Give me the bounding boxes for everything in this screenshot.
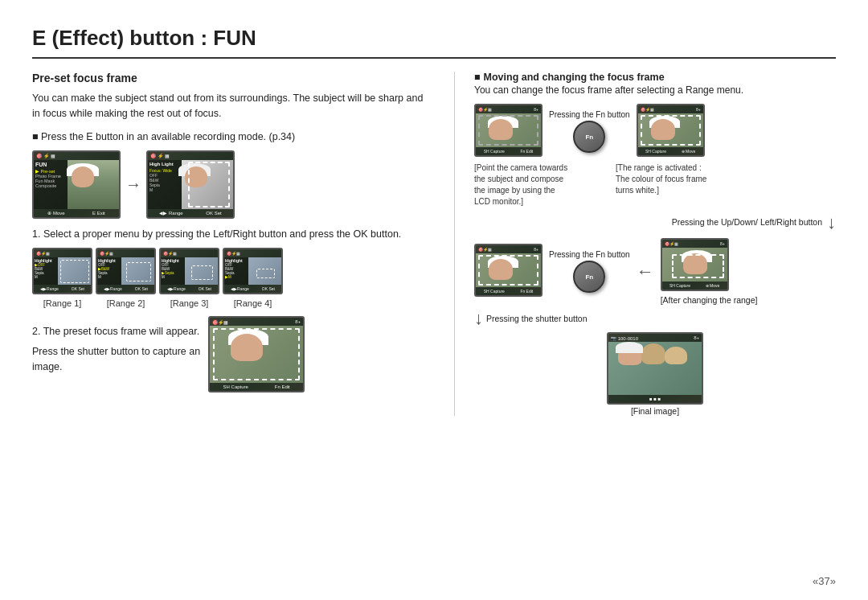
person2-final [641,343,665,364]
icon-mode-hl: 🎯 [150,153,156,158]
bottom-right4: SH Capture⊕ Move [662,282,727,290]
bottom-range-hl: ◀▶ Range [159,210,182,216]
dashed-right3 [478,255,538,286]
camera-screen-range1: 🎯⚡▦ Highlight ▶OFF B&WSepiaM [32,248,92,294]
camera-screen-right3: 🎯⚡▦ 8+ SH Captur [474,244,542,297]
top-bar-right1: 🎯⚡▦ 8+ [476,105,541,113]
after-label: [After changing the range] [661,295,758,305]
arrow-right-1: → [125,175,141,194]
bottom-r1: ◀▶RangeOK Set [34,285,91,293]
dashed-r3 [191,265,213,280]
pressing-shutter-label: Pressing the shutter button [486,314,588,323]
page-title: E (Effect) button : FUN [32,26,836,59]
range3-container: 🎯⚡▦ Highlight OFFB&W▶SepiaM [159,248,219,308]
updown-row: Pressing the Up/Down/ Left/Right button … [474,212,836,233]
camera-screen-right1: 🎯⚡▦ 8+ SH Captur [474,104,542,157]
person-silhouette-2 [182,160,233,209]
top-bar-r2: 🎯⚡▦ [97,249,154,257]
icon-flash-hl: ⚡ [158,153,163,158]
top-bar-r3: 🎯⚡▦ [161,249,218,257]
content-r1: Highlight ▶OFF B&WSepiaM [34,257,91,285]
top-bar-r4: 🎯⚡▦ [224,249,281,257]
fn-button-icon: Fn [573,121,605,153]
content-r4: Highlight OFFB&WSepia▶M [224,257,281,285]
screen-bottom-bar-hl: ◀▶ Range OK Set [148,209,233,217]
range2-label: [Range 2] [96,298,156,308]
camera-screen-step2: 🎯⚡▦ 8+ SH Capture Fn Edi [208,316,305,392]
step2-screen-container: 🎯⚡▦ 8+ SH Capture Fn Edi [208,316,305,395]
person-head-1 [72,166,94,187]
intro-text: You can make the subject stand out from … [32,91,430,121]
dashed-r2 [126,262,151,282]
bottom-right1: SH CaptureFn Edit [476,147,541,155]
person3-final [665,347,687,364]
range3-label: [Range 3] [159,298,219,308]
right-screen1-container: 🎯⚡▦ 8+ SH Captur [474,104,542,159]
bottom-r4: ◀▶RangeOK Set [224,285,281,293]
final-label: [Final image] [631,406,679,416]
final-image-area: 📷 100-0010 8+ [474,332,836,416]
right-bottom-section: 🎯⚡▦ 8+ SH Captur [474,238,836,416]
right-subtitle: You can change the focus frame after sel… [474,84,836,96]
camera-screen-range4: 🎯⚡▦ Highlight OFFB&WSepia▶M [223,248,283,294]
camera-screen-range2: 🎯⚡▦ Highlight OFF▶B&WSepiaM [96,248,156,294]
dashed-right4 [672,254,724,278]
right-top-row: 🎯⚡▦ 8+ SH Captur [474,104,836,159]
arrow-left-icon: ← [637,261,654,282]
top-bar-step2: 🎯⚡▦ 8+ [210,318,303,326]
right-top-section: 🎯⚡▦ 8+ SH Captur [474,104,836,208]
bottom-right3: SH CaptureFn Edit [476,287,541,295]
top-bar-right4: 🎯⚡▦ 8+ [662,240,727,248]
step2-line2: Press the shutter button to capture an [32,344,200,360]
top-bar-final: 📷 100-0010 8+ [608,334,702,342]
screen-top-bar-fun: 🎯 ⚡ ▦ [34,152,119,160]
content-right1 [476,113,541,147]
top-bar-right2: 🎯⚡▦ 8+ [638,105,703,113]
dashed-frame-hl [188,162,230,208]
content-right2 [638,113,703,147]
bottom-r2: ◀▶RangeOK Set [97,285,154,293]
captions-row: [Point the camera towards the subject an… [474,162,836,208]
step1-text: 1. Select a proper menu by pressing the … [32,227,430,242]
dashed-right1 [478,115,538,146]
left-section-title: Pre-set focus frame [32,72,430,84]
step2-text-block: 2. The preset focus frame will appear. P… [32,316,200,374]
step2-area: 2. The preset focus frame will appear. P… [32,316,430,395]
right-bullet: ■Moving and changing the focus frame [474,72,836,83]
camera-screen-right2: 🎯⚡▦ 8+ [637,104,705,157]
caption-left: [Point the camera towards the subject an… [474,162,571,208]
content-step2 [210,326,303,383]
pressing-fn-label-2: Pressing the Fn button [549,250,630,259]
hat-final1 [616,342,643,353]
dashed-step2 [213,328,300,380]
page-number: «37» [813,575,836,587]
screen-bottom-bar-fun: ⊕ Move E Exit [34,209,119,217]
fn-button-area-2: Pressing the Fn button Fn [549,250,630,293]
icon-res: ▦ [51,153,55,158]
fn-button-icon-2: Fn [573,261,605,293]
right-screen2-container: 🎯⚡▦ 8+ [637,104,705,159]
range1-label: [Range 1] [32,298,92,308]
bottom-ok-hl: OK Set [206,211,221,216]
four-screens-row: 🎯⚡▦ Highlight ▶OFF B&WSepiaM [32,248,430,308]
icon-mode: 🎯 [36,153,42,158]
bottom-right2: SH Capture⊕ Move [638,147,703,155]
camera-screen-highlight: 🎯 ⚡ ▦ High Light Focus: Wide OFF B&W Sep… [146,150,235,219]
top-bar-r1: 🎯⚡▦ [34,249,91,257]
top-bar-right3: 🎯⚡▦ 8+ [476,245,541,253]
content-r2: Highlight OFF▶B&WSepiaM [97,257,154,285]
range1-container: 🎯⚡▦ Highlight ▶OFF B&WSepiaM [32,248,92,308]
right-screen3-container: 🎯⚡▦ 8+ SH Captur [474,244,542,299]
range4-label: [Range 4] [223,298,283,308]
updown-label: Pressing the Up/Down/ Left/Right button [672,217,822,228]
dashed-r4 [256,269,275,278]
bottom-r3: ◀▶RangeOK Set [161,285,218,293]
bullet-point-1: Press the E button in an available recor… [32,131,430,142]
screen-content-hl: High Light Focus: Wide OFF B&W Sepia M [148,160,233,209]
screen-top-bar-hl: 🎯 ⚡ ▦ [148,152,233,160]
icon-res-hl: ▦ [165,153,170,158]
content-right3 [476,253,541,287]
camera-screen-range3: 🎯⚡▦ Highlight OFFB&W▶SepiaM [159,248,219,294]
right-screen4-container: 🎯⚡▦ 8+ SH Captur [661,238,758,305]
screen-content-fun: FUN ▶ Pre-set Photo Frame Fun Mask Compo… [34,160,119,209]
